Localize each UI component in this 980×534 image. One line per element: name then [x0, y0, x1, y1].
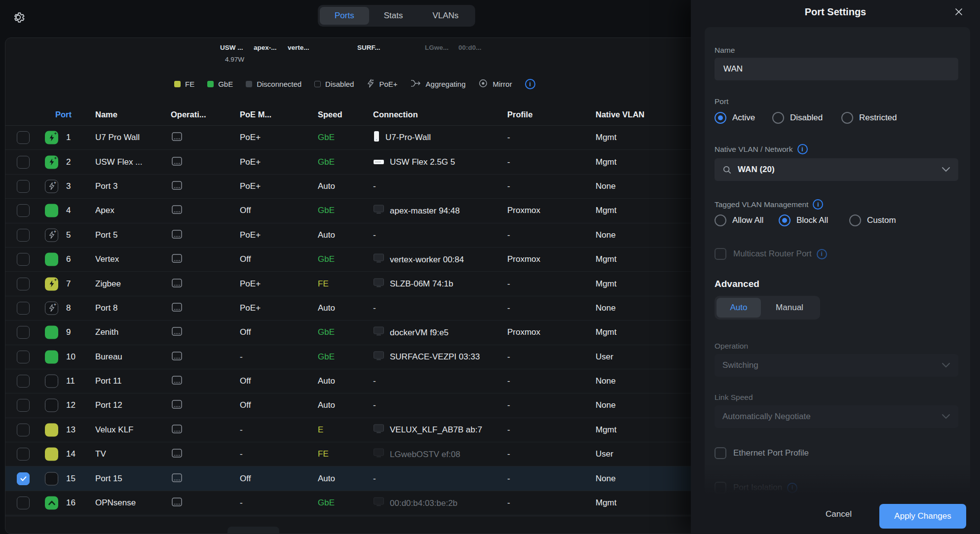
- profile: -: [507, 376, 510, 386]
- profile: -: [507, 157, 510, 167]
- row-checkbox[interactable]: [17, 399, 30, 412]
- radio-custom[interactable]: Custom: [849, 214, 896, 226]
- multicast-info-icon[interactable]: i: [817, 249, 827, 259]
- ethernet-port-profile-checkbox[interactable]: Ethernet Port Profile: [715, 447, 809, 459]
- native-vlan: User: [596, 449, 613, 459]
- connection-cell: LGwebOSTV ef:08: [373, 448, 460, 461]
- operation-switching-icon: [171, 156, 183, 168]
- row-checkbox[interactable]: [17, 326, 30, 339]
- tab-stats[interactable]: Stats: [369, 7, 418, 25]
- radio-allow-all[interactable]: Allow All: [715, 214, 763, 226]
- operation-switching-icon: [171, 472, 183, 485]
- segment-auto[interactable]: Auto: [716, 298, 761, 318]
- operation-switching-icon: [171, 424, 183, 436]
- tagged-vlan-label: Tagged VLAN Management i: [715, 199, 823, 210]
- poe-mode: PoE+: [240, 133, 261, 142]
- connection-cell: 00:d0:b4:03:be:2b: [373, 497, 457, 509]
- connection-label: SLZB-06M 74:1b: [390, 279, 453, 289]
- radio-disabled[interactable]: Disabled: [772, 112, 823, 124]
- row-checkbox[interactable]: [17, 229, 30, 242]
- profile: -: [507, 449, 510, 459]
- legend-info-icon[interactable]: i: [525, 79, 535, 89]
- port-settings-form: Name Port Active Disabled Restricted Nat…: [705, 27, 970, 495]
- device-label: apex-...: [254, 44, 277, 51]
- row-checkbox[interactable]: [17, 180, 30, 193]
- close-icon[interactable]: [953, 6, 964, 17]
- apply-changes-button[interactable]: Apply Changes: [879, 504, 966, 529]
- multicast-router-port-checkbox[interactable]: Multicast Router Port i: [715, 248, 827, 260]
- radio-block-all[interactable]: Block All: [779, 214, 828, 226]
- advanced-mode-segment: Auto Manual: [715, 296, 820, 320]
- native-vlan: None: [596, 376, 616, 386]
- port-name-input[interactable]: [715, 58, 958, 80]
- row-checkbox[interactable]: [17, 204, 30, 217]
- tab-ports[interactable]: Ports: [320, 7, 369, 25]
- operation-switching-icon: [171, 205, 183, 217]
- tagged-vlan-info-icon[interactable]: i: [813, 199, 823, 210]
- column-header-connection[interactable]: Connection: [373, 110, 418, 119]
- profile: -: [507, 133, 510, 142]
- column-header-port[interactable]: Port: [55, 110, 72, 119]
- settings-gear-icon[interactable]: [11, 10, 26, 25]
- row-checkbox[interactable]: [17, 253, 30, 266]
- search-icon: [722, 165, 732, 175]
- native-vlan: None: [596, 181, 616, 191]
- radio-restricted[interactable]: Restricted: [841, 112, 897, 124]
- operation-select[interactable]: Switching: [715, 354, 958, 377]
- connection-cell: -: [373, 303, 376, 313]
- port-name: Port 5: [95, 230, 117, 240]
- connection-cell: USW Flex 2.5G 5: [373, 157, 455, 167]
- connection-label: -: [373, 303, 376, 313]
- port-isolation-checkbox[interactable]: Port Isolation i: [715, 482, 797, 494]
- poe-mode: Off: [240, 400, 251, 410]
- profile: -: [507, 230, 510, 240]
- mirror-icon: [478, 78, 488, 90]
- client-device-icon: [373, 424, 384, 436]
- row-checkbox[interactable]: [17, 156, 30, 169]
- port-name: OPNsense: [95, 498, 136, 508]
- port-status-icon: +: [45, 155, 58, 169]
- port-status-icon: [45, 472, 58, 485]
- native-vlan-select[interactable]: WAN (20): [715, 158, 958, 181]
- port-status-icon: [45, 399, 58, 412]
- column-header-name[interactable]: Name: [95, 110, 117, 119]
- column-header-speed[interactable]: Speed: [318, 110, 342, 119]
- device-label: verte...: [288, 44, 309, 51]
- connection-label: dockerVM f9:e5: [390, 327, 449, 337]
- speed: GbE: [318, 327, 335, 337]
- port-number: 16: [66, 498, 75, 508]
- column-header-operation[interactable]: Operati...: [171, 110, 206, 119]
- poe-mode: Off: [240, 376, 251, 386]
- row-checkbox[interactable]: [17, 131, 30, 144]
- cancel-button[interactable]: Cancel: [826, 509, 852, 519]
- link-speed-select[interactable]: Automatically Negotiate: [715, 405, 958, 428]
- pagination-stub[interactable]: [227, 527, 279, 534]
- row-checkbox[interactable]: [17, 472, 30, 485]
- disabled-square-icon: [314, 81, 321, 87]
- row-checkbox[interactable]: [17, 424, 30, 436]
- row-checkbox[interactable]: [17, 278, 30, 290]
- row-checkbox[interactable]: [17, 448, 30, 461]
- port-isolation-info-icon[interactable]: i: [787, 483, 797, 493]
- column-header-native-vlan[interactable]: Native VLAN: [596, 110, 644, 119]
- operation-switching-icon: [171, 180, 183, 192]
- connection-cell: -: [373, 400, 376, 410]
- native-vlan-info-icon[interactable]: i: [797, 144, 808, 154]
- port-name: Apex: [95, 206, 114, 215]
- tab-vlans[interactable]: VLANs: [417, 7, 473, 25]
- row-checkbox[interactable]: [17, 375, 30, 388]
- native-vlan: Mgmt: [596, 498, 617, 508]
- native-vlan: Mgmt: [596, 133, 617, 142]
- row-checkbox[interactable]: [17, 351, 30, 363]
- segment-manual[interactable]: Manual: [761, 298, 818, 318]
- row-checkbox[interactable]: [17, 302, 30, 315]
- radio-active[interactable]: Active: [715, 112, 755, 124]
- connection-label: SURFACE-VEZPI 03:33: [390, 352, 480, 362]
- row-checkbox[interactable]: [17, 497, 30, 509]
- link-speed-value: Automatically Negotiate: [722, 412, 811, 422]
- tagged-vlan-label-text: Tagged VLAN Management: [715, 200, 808, 209]
- column-header-poe-mode[interactable]: PoE M...: [240, 110, 271, 119]
- native-vlan: Mgmt: [596, 157, 617, 167]
- legend-item-aggregating: Aggregating: [411, 79, 466, 89]
- column-header-profile[interactable]: Profile: [507, 110, 532, 119]
